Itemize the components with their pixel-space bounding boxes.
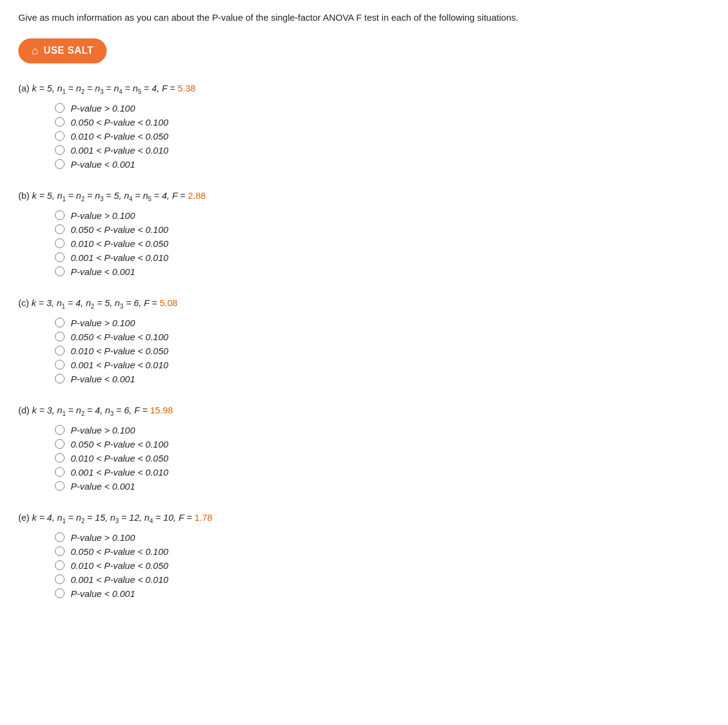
option-c-2[interactable]: 0.010 < P-value < 0.050 bbox=[55, 346, 710, 356]
params-a: k = 5, n bbox=[32, 83, 63, 93]
radio-b-4[interactable] bbox=[55, 266, 65, 276]
option-label-c-3: 0.001 < P-value < 0.010 bbox=[71, 360, 168, 370]
radio-a-1[interactable] bbox=[55, 117, 65, 127]
option-label-d-4: P-value < 0.001 bbox=[71, 481, 135, 491]
params-d: k = 3, n bbox=[32, 405, 63, 415]
option-label-c-2: 0.010 < P-value < 0.050 bbox=[71, 346, 168, 356]
salt-icon: ⌂ bbox=[32, 45, 38, 57]
options-e: P-value > 0.1000.050 < P-value < 0.1000.… bbox=[55, 532, 710, 599]
f-value-e: 1.78 bbox=[194, 512, 212, 523]
option-d-0[interactable]: P-value > 0.100 bbox=[55, 425, 710, 435]
intro-text: Give as much information as you can abou… bbox=[18, 11, 710, 25]
option-c-0[interactable]: P-value > 0.100 bbox=[55, 318, 710, 328]
radio-d-1[interactable] bbox=[55, 439, 65, 449]
p5-a: = 4, F = bbox=[141, 83, 178, 93]
p1-c: = 4, n bbox=[65, 298, 91, 308]
radio-a-0[interactable] bbox=[55, 103, 65, 113]
p2-e: = 15, n bbox=[85, 512, 115, 523]
radio-d-2[interactable] bbox=[55, 453, 65, 463]
option-label-e-0: P-value > 0.100 bbox=[71, 532, 135, 543]
f-value-b: 2.88 bbox=[188, 190, 205, 201]
section-c: (c) k = 3, n1 = 4, n2 = 5, n3 = 6, F = 5… bbox=[18, 295, 710, 384]
use-salt-label: USE SALT bbox=[43, 45, 93, 56]
use-salt-button[interactable]: ⌂ USE SALT bbox=[18, 38, 107, 63]
option-a-4[interactable]: P-value < 0.001 bbox=[55, 159, 710, 170]
option-label-c-0: P-value > 0.100 bbox=[71, 318, 135, 328]
option-d-3[interactable]: 0.001 < P-value < 0.010 bbox=[55, 467, 710, 477]
option-label-a-3: 0.001 < P-value < 0.010 bbox=[71, 145, 168, 155]
option-label-a-2: 0.010 < P-value < 0.050 bbox=[71, 131, 168, 141]
option-label-e-2: 0.010 < P-value < 0.050 bbox=[71, 560, 168, 571]
radio-b-0[interactable] bbox=[55, 210, 65, 220]
option-e-4[interactable]: P-value < 0.001 bbox=[55, 588, 710, 599]
radio-e-0[interactable] bbox=[55, 532, 65, 542]
p3-e: = 12, n bbox=[119, 512, 149, 523]
option-d-2[interactable]: 0.010 < P-value < 0.050 bbox=[55, 453, 710, 463]
option-label-e-4: P-value < 0.001 bbox=[71, 588, 135, 599]
p1-b: = n bbox=[66, 190, 81, 201]
option-e-0[interactable]: P-value > 0.100 bbox=[55, 532, 710, 543]
radio-d-0[interactable] bbox=[55, 425, 65, 435]
radio-c-3[interactable] bbox=[55, 360, 65, 370]
option-c-4[interactable]: P-value < 0.001 bbox=[55, 374, 710, 384]
option-a-1[interactable]: 0.050 < P-value < 0.100 bbox=[55, 117, 710, 127]
p1-e: = n bbox=[66, 512, 81, 523]
option-label-c-4: P-value < 0.001 bbox=[71, 374, 135, 384]
radio-c-4[interactable] bbox=[55, 374, 65, 384]
radio-b-3[interactable] bbox=[55, 252, 65, 262]
option-b-2[interactable]: 0.010 < P-value < 0.050 bbox=[55, 238, 710, 249]
option-a-0[interactable]: P-value > 0.100 bbox=[55, 103, 710, 113]
option-b-3[interactable]: 0.001 < P-value < 0.010 bbox=[55, 252, 710, 263]
radio-a-4[interactable] bbox=[55, 159, 65, 169]
p3-b: = 5, n bbox=[104, 190, 129, 201]
p2-d: = 4, n bbox=[85, 405, 110, 415]
radio-e-1[interactable] bbox=[55, 546, 65, 556]
section-a-label: (a) k = 5, n1 = n2 = n3 = n4 = n5 = 4, F… bbox=[18, 80, 710, 97]
option-a-3[interactable]: 0.001 < P-value < 0.010 bbox=[55, 145, 710, 155]
radio-a-2[interactable] bbox=[55, 131, 65, 141]
section-e: (e) k = 4, n1 = n2 = 15, n3 = 12, n4 = 1… bbox=[18, 510, 710, 599]
radio-e-2[interactable] bbox=[55, 560, 65, 570]
p4-a: = n bbox=[123, 83, 138, 93]
section-d-label: (d) k = 3, n1 = n2 = 4, n3 = 6, F = 15.9… bbox=[18, 402, 710, 419]
f-value-a: 5.38 bbox=[177, 83, 195, 93]
radio-e-3[interactable] bbox=[55, 574, 65, 584]
radio-c-0[interactable] bbox=[55, 318, 65, 327]
option-b-1[interactable]: 0.050 < P-value < 0.100 bbox=[55, 224, 710, 235]
section-b-label: (b) k = 5, n1 = n2 = n3 = 5, n4 = n5 = 4… bbox=[18, 188, 710, 204]
radio-c-1[interactable] bbox=[55, 332, 65, 341]
option-label-b-1: 0.050 < P-value < 0.100 bbox=[71, 224, 168, 235]
p3-c: = 6, F = bbox=[123, 298, 160, 308]
option-b-0[interactable]: P-value > 0.100 bbox=[55, 210, 710, 221]
section-c-label: (c) k = 3, n1 = 4, n2 = 5, n3 = 6, F = 5… bbox=[18, 295, 710, 312]
option-label-d-0: P-value > 0.100 bbox=[71, 425, 135, 435]
options-a: P-value > 0.1000.050 < P-value < 0.1000.… bbox=[55, 103, 710, 170]
radio-c-2[interactable] bbox=[55, 346, 65, 355]
option-e-1[interactable]: 0.050 < P-value < 0.100 bbox=[55, 546, 710, 557]
option-label-a-1: 0.050 < P-value < 0.100 bbox=[71, 117, 168, 127]
option-e-3[interactable]: 0.001 < P-value < 0.010 bbox=[55, 574, 710, 585]
part-letter-b: (b) bbox=[18, 190, 29, 201]
radio-a-3[interactable] bbox=[55, 145, 65, 155]
option-c-1[interactable]: 0.050 < P-value < 0.100 bbox=[55, 332, 710, 342]
section-a: (a) k = 5, n1 = n2 = n3 = n4 = n5 = 4, F… bbox=[18, 80, 710, 170]
option-d-1[interactable]: 0.050 < P-value < 0.100 bbox=[55, 439, 710, 449]
option-a-2[interactable]: 0.010 < P-value < 0.050 bbox=[55, 131, 710, 141]
option-label-e-1: 0.050 < P-value < 0.100 bbox=[71, 546, 168, 557]
params-b: k = 5, n bbox=[32, 190, 63, 201]
radio-d-4[interactable] bbox=[55, 481, 65, 491]
radio-e-4[interactable] bbox=[55, 588, 65, 598]
radio-d-3[interactable] bbox=[55, 467, 65, 477]
p2-a: = n bbox=[85, 83, 100, 93]
p2-c: = 5, n bbox=[95, 298, 120, 308]
option-label-a-4: P-value < 0.001 bbox=[71, 159, 135, 170]
radio-b-1[interactable] bbox=[55, 224, 65, 234]
option-b-4[interactable]: P-value < 0.001 bbox=[55, 266, 710, 277]
part-letter-c: (c) bbox=[18, 298, 29, 308]
option-d-4[interactable]: P-value < 0.001 bbox=[55, 481, 710, 491]
params-e: k = 4, n bbox=[32, 512, 63, 523]
option-e-2[interactable]: 0.010 < P-value < 0.050 bbox=[55, 560, 710, 571]
radio-b-2[interactable] bbox=[55, 238, 65, 248]
option-c-3[interactable]: 0.001 < P-value < 0.010 bbox=[55, 360, 710, 370]
p3-d: = 6, F = bbox=[113, 405, 150, 415]
